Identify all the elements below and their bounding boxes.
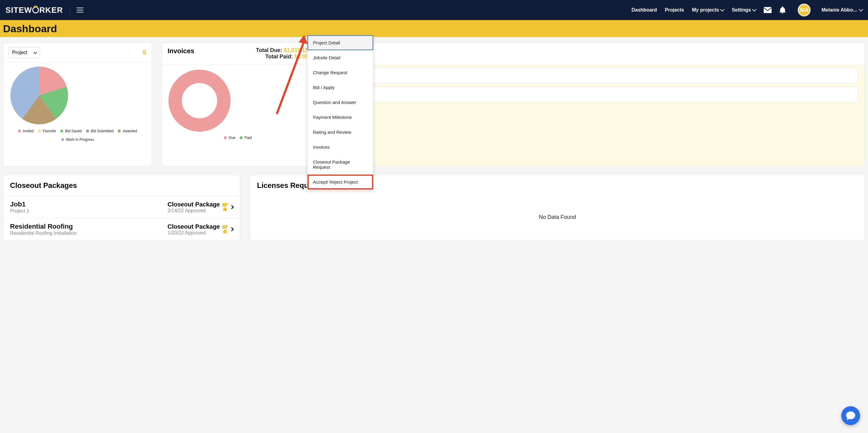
todo-card: To Do ...tions ...ts [323,42,865,166]
avatar[interactable]: MA [798,4,810,17]
chevron-right-icon [229,205,234,209]
page-banner: Dashboard [0,20,868,37]
todo-item[interactable]: ...tions [331,68,858,84]
project-pie-chart [9,65,70,126]
dd-change-request[interactable]: Change Request [308,65,373,80]
my-projects-dropdown: Project Detail Jobsite Detail Change Req… [307,35,373,190]
nav-settings-label: Settings [732,7,751,13]
menu-icon[interactable] [76,6,83,14]
top-nav: SITEWRKER Dashboard Projects My projects… [0,0,868,20]
dd-invoices[interactable]: Invoices [308,140,373,154]
flag-icon [222,203,228,211]
dd-bid-apply[interactable]: Bid / Apply [308,80,373,95]
divider [70,5,70,14]
invoices-title: Invoices [167,47,194,55]
page-title: Dashboard [3,23,57,35]
chevron-right-icon [229,227,234,231]
nav-dashboard[interactable]: Dashboard [631,7,657,13]
total-due-amount: $1,019.15 [284,47,308,53]
todo-title: To Do [324,43,865,65]
flag-icon [222,225,228,233]
project-select[interactable]: Project [9,47,40,58]
chevron-down-icon [752,7,756,11]
dd-rating-review[interactable]: Rating and Review [308,125,373,140]
project-count: 5 [143,49,146,57]
project-legend: Invited Favorite Bid Saved Bid Submitted… [9,129,146,142]
bell-icon[interactable] [779,6,785,14]
brand-logo[interactable]: SITEWRKER [5,5,63,15]
dd-payment-milestone[interactable]: Payment Milestone [308,110,373,125]
invoices-card: Invoices Total Due: $1,019.15 Total Paid… [162,42,314,166]
closeout-card: Closeout Packages Job1 Project 1 Closeou… [3,175,240,241]
mail-icon[interactable] [764,7,772,13]
total-paid-amount: $0.00 [294,54,308,60]
licenses-empty: No Data Found [250,196,865,239]
dd-jobsite-detail[interactable]: Jobsite Detail [308,50,373,65]
user-name-label: Melanie Abbo... [822,7,857,13]
invoices-donut-chart [167,69,231,132]
chevron-down-icon [720,7,724,11]
nav-my-projects[interactable]: My projects [692,7,724,13]
chevron-down-icon [859,7,863,11]
closeout-title: Closeout Packages [3,175,240,196]
closeout-row[interactable]: Job1 Project 1 Closeout Package 2/14/22 … [3,196,240,218]
user-menu[interactable]: Melanie Abbo... [822,7,863,13]
dd-project-detail[interactable]: Project Detail [308,35,373,50]
project-select-label: Project [12,50,27,55]
closeout-row[interactable]: Residential Roofing Residential Roofing … [3,218,240,240]
todo-item[interactable]: ...ts [331,87,858,102]
chevron-down-icon [33,51,37,54]
project-card: Project 5 Invited Favorite [3,42,152,166]
dd-accept-reject[interactable]: Accept/ Reject Project [308,175,373,189]
logo-o-icon [32,7,39,13]
invoices-legend: Due Paid [167,135,308,140]
nav-projects[interactable]: Projects [665,7,684,13]
nav-my-projects-label: My projects [692,7,719,13]
dd-question-answer[interactable]: Question and Answer [308,95,373,110]
svg-rect-0 [764,7,772,13]
dd-closeout-request[interactable]: Closeout Package Request [308,154,373,175]
nav-settings[interactable]: Settings [732,7,756,13]
